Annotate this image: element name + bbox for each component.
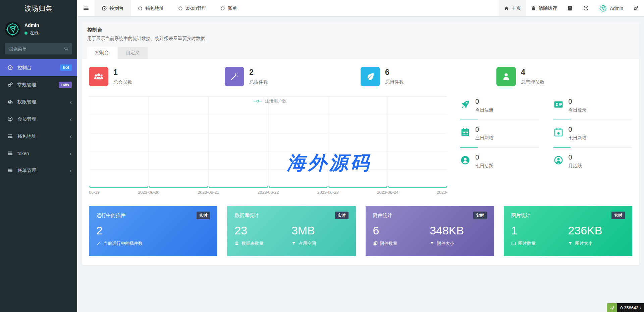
clear-cache-button[interactable]: 清除缓存 <box>526 0 562 16</box>
sidebar-item-token[interactable]: token ‹ <box>0 145 77 162</box>
gears-icon <box>633 5 639 11</box>
topbar-tab-wallet[interactable]: 钱包地址 <box>131 0 171 16</box>
x-tick: 2023-06-23 <box>317 190 339 195</box>
card-title: 附件统计 <box>373 212 392 219</box>
list-icon <box>7 150 13 156</box>
user-circle-icon <box>460 155 470 165</box>
total-label: 总会员数 <box>113 79 132 85</box>
sidebar-item-general[interactable]: 常规管理 new <box>0 76 77 93</box>
book-icon <box>567 5 573 11</box>
circle-icon <box>220 6 225 11</box>
total-plugins: 2 总插件数 <box>225 67 361 86</box>
user-menu[interactable]: Admin <box>594 0 628 16</box>
legend-marker-icon <box>253 101 262 101</box>
topbar-tab-dashboard[interactable]: 控制台 <box>95 0 131 16</box>
registered-users-chart: 注册用户数 海外源码 <box>89 96 447 196</box>
users-icon <box>7 99 13 105</box>
sidebar-item-bills[interactable]: 账单管理 ‹ <box>0 162 77 179</box>
topbar-tab-bill[interactable]: 账单 <box>213 0 244 16</box>
thinkphp-logo-icon[interactable] <box>607 303 617 312</box>
sidebar-item-label: token <box>17 151 29 156</box>
calendar-icon <box>460 127 470 137</box>
sidebar-item-dashboard[interactable]: 控制台 hot <box>0 59 77 76</box>
legend-label: 注册用户数 <box>265 98 286 104</box>
topbar-username: Admin <box>610 6 623 11</box>
hot-badge: hot <box>60 64 72 71</box>
dashboard-icon <box>102 6 107 11</box>
user-circle-icon <box>7 116 13 122</box>
card-value: 6 <box>373 224 430 237</box>
calendar-plus-icon <box>553 127 564 137</box>
avatar <box>599 4 607 13</box>
total-value: 6 <box>385 68 404 77</box>
filter-icon <box>430 241 434 246</box>
leaf-icon <box>361 67 380 86</box>
mini-stat-7day-new: 0 七日新增 <box>553 126 633 153</box>
card-running-plugins: 运行中的插件 实时 2 当前运行中的插件数 <box>89 206 217 256</box>
filter-icon <box>568 241 573 246</box>
sidebar-item-members[interactable]: 会员管理 ‹ <box>0 110 77 128</box>
card-database: 数据库统计 实时 23 数据表数量 3MB 占用空间 <box>227 206 356 256</box>
sidebar-item-label: 账单管理 <box>17 168 36 174</box>
mini-progress <box>553 120 633 120</box>
trash-icon <box>531 6 536 11</box>
chevron-left-icon: ‹ <box>70 99 72 105</box>
sidebar-toggle-button[interactable] <box>77 0 95 16</box>
sidebar-item-label: 控制台 <box>17 65 32 71</box>
total-label: 总附件数 <box>385 79 404 85</box>
panel-heading: 控制台 用于展示当前系统中的统计数据、统计报表及重要实时数据 控制台 自定义 <box>82 22 639 59</box>
x-tick: 2023-06-19 <box>89 190 100 195</box>
total-members: 1 总会员数 <box>89 67 225 86</box>
circle-icon <box>138 6 143 11</box>
list-icon <box>7 168 13 173</box>
card-value: 2 <box>96 224 210 237</box>
x-tick: 2023-06-21 <box>198 190 219 195</box>
sidebar-menu: 控制台 hot 常规管理 new 权限管理 ‹ 会员管理 ‹ 钱包地址 ‹ to… <box>0 59 77 179</box>
sidebar-item-auth[interactable]: 权限管理 ‹ <box>0 93 77 110</box>
tab-dashboard[interactable]: 控制台 <box>87 47 117 59</box>
gears-icon <box>7 82 13 88</box>
card-value: 236KB <box>568 224 625 237</box>
mini-progress <box>553 147 633 148</box>
check-update-button[interactable] <box>562 0 578 16</box>
chart-legend[interactable]: 注册用户数 <box>253 98 286 104</box>
watermark: 海外源码 <box>287 150 371 176</box>
user-circle-outline-icon <box>553 155 564 165</box>
magic-wand-icon <box>225 67 244 86</box>
trace-time: 0.356643s <box>617 303 644 312</box>
total-label: 总管理员数 <box>521 79 544 85</box>
topbar: 控制台 钱包地址 token管理 账单 主页 清除缓存 <box>77 0 644 17</box>
settings-button[interactable] <box>628 0 644 16</box>
mini-stats: 0 今日注册 0 今日登录 <box>460 96 632 196</box>
card-value: 1 <box>511 224 568 237</box>
avatar[interactable] <box>5 21 20 37</box>
home-button[interactable]: 主页 <box>499 0 526 16</box>
chevron-left-icon: ‹ <box>70 150 72 157</box>
x-tick: 2023-06-24 <box>377 190 398 195</box>
fullscreen-button[interactable] <box>578 0 594 16</box>
sidebar-item-label: 会员管理 <box>17 116 36 122</box>
card-title: 图片统计 <box>511 212 531 219</box>
home-icon <box>504 6 509 11</box>
total-value: 2 <box>249 68 268 77</box>
panel-tabs: 控制台 自定义 <box>87 47 634 59</box>
total-admins: 4 总管理员数 <box>496 67 632 86</box>
sidebar-item-wallet[interactable]: 钱包地址 ‹ <box>0 128 77 145</box>
realtime-badge: 实时 <box>197 212 210 219</box>
image-icon <box>511 241 516 246</box>
user-name: Admin <box>24 23 39 28</box>
search-input[interactable] <box>5 43 72 54</box>
list-icon <box>7 133 13 139</box>
dashboard-panel: 控制台 用于展示当前系统中的统计数据、统计报表及重要实时数据 控制台 自定义 1… <box>82 22 639 265</box>
topbar-tab-token[interactable]: token管理 <box>171 0 213 16</box>
sidebar-item-label: 钱包地址 <box>17 133 36 139</box>
search-icon <box>64 46 69 51</box>
new-badge: new <box>59 82 72 88</box>
expand-icon <box>583 5 589 11</box>
card-images: 图片统计 实时 1 图片数量 236KB 图片大小 <box>504 206 632 256</box>
totals-row: 1 总会员数 2 总插件数 6 总附件数 <box>89 67 632 86</box>
card-value: 348KB <box>430 224 487 237</box>
sidebar-item-label: 权限管理 <box>17 99 36 105</box>
tab-custom[interactable]: 自定义 <box>118 47 148 59</box>
card-attachments: 附件统计 实时 6 附件数量 348KB 附件大小 <box>366 206 494 256</box>
